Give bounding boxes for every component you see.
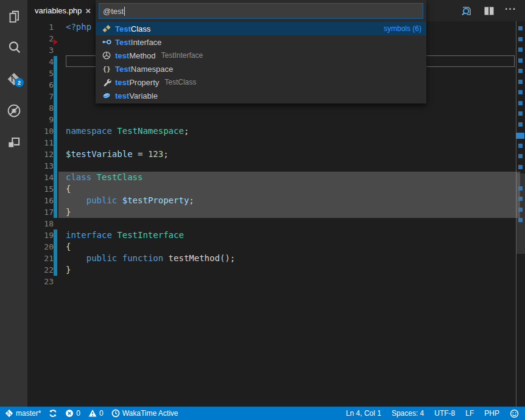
line-number: 2 [27,33,54,44]
line-number: 8 [27,102,54,114]
git-deleted-gutter-marker [54,39,58,45]
code-line[interactable]: 23 [27,276,525,287]
line-number: 13 [27,160,54,172]
text-cursor [124,7,125,16]
symbol-container: TestInterface [161,51,203,60]
code-line[interactable]: 19interface TestInterface [27,229,525,241]
line-number: 23 [27,276,54,287]
line-number: 20 [27,241,54,253]
code-line[interactable]: 16 public $testProperty; [27,195,525,206]
sync-button[interactable] [49,409,57,418]
code-text: } [66,206,71,218]
code-line[interactable]: 14class TestClass [27,172,525,183]
method-icon [102,51,111,60]
line-number: 22 [27,264,54,276]
line-number: 1 [27,21,54,33]
quick-open-item-testnamespace[interactable]: {}TestNamespace [96,62,426,75]
sidebar-item-explorer[interactable] [0,4,27,30]
ruler-mark [518,37,523,41]
sidebar-item-source-control[interactable]: 2 [0,66,27,92]
tab-variables-php[interactable]: variables.php × [27,0,96,21]
ruler-mark [518,165,523,169]
code-text: { [66,183,71,195]
files-icon [6,9,22,25]
quick-open-item-testclass[interactable]: TestClasssymbols (6) [96,22,426,35]
cursor-position[interactable]: Ln 4, Col 1 [346,409,381,418]
split-editor-button[interactable] [482,4,496,18]
activity-bar: 2 [0,0,27,407]
ruler-mark [518,122,523,127]
vertical-scrollbar[interactable] [516,173,525,254]
line-number: 19 [27,229,54,241]
property-icon [102,77,111,87]
code-line[interactable]: 9 [27,114,525,125]
sidebar-item-search[interactable] [0,35,27,60]
line-number: 4 [27,56,54,68]
sidebar-item-extensions[interactable] [0,129,27,155]
code-line[interactable]: 12$testVariable = 123; [27,149,525,160]
scm-changes-badge: 2 [15,78,24,87]
feedback-button[interactable] [510,409,519,418]
error-count[interactable]: 0 [65,409,80,418]
more-actions-icon[interactable]: ··· [505,6,516,16]
code-line[interactable]: 17} [27,206,525,218]
code-text: <?php [66,21,91,33]
error-count-label: 0 [76,409,80,418]
symbol-match-text: test [115,78,129,87]
quick-open-item-testmethod[interactable]: testMethodTestInterface [96,49,426,62]
quick-open-item-testvariable[interactable]: testVariable [96,89,426,102]
close-icon[interactable]: × [85,6,91,15]
code-text: public $testProperty; [66,195,194,206]
line-number: 6 [27,79,54,91]
symbol-name: Class [131,24,151,33]
git-branch-status[interactable]: master* [5,409,41,418]
ruler-mark [516,133,524,139]
class-icon [102,24,111,33]
code-line[interactable]: 8 [27,102,525,114]
code-line[interactable]: 22} [27,264,525,276]
warning-count[interactable]: 0 [88,409,104,418]
code-line[interactable]: 21 public function testMethod(); [27,253,525,264]
ruler-mark [518,26,523,30]
symbol-name: Namespace [131,65,173,74]
indentation-setting[interactable]: Spaces: 4 [392,409,424,418]
code-line[interactable]: 11 [27,137,525,149]
status-bar: master* [0,407,525,420]
open-preview-button[interactable] [460,4,473,18]
language-mode[interactable]: PHP [484,409,499,418]
line-number: 17 [27,206,54,218]
quick-open-item-testproperty[interactable]: testPropertyTestClass [96,75,426,89]
symbol-match-text: Test [115,65,131,74]
quick-open-query: @test [103,7,124,16]
ruler-mark [518,58,523,63]
line-number: 14 [27,172,54,183]
code-line[interactable]: 18 [27,218,525,229]
vscode-window: 2 variables.php × [0,0,525,420]
line-number: 18 [27,218,54,229]
extensions-icon [6,134,22,150]
wakatime-status[interactable]: WakaTime Active [111,409,178,418]
variable-icon [102,91,111,100]
quick-open-input[interactable]: @test [99,3,423,19]
symbol-match-text: test [115,51,129,60]
ruler-mark [518,101,523,105]
editor-actions: ··· [460,0,525,21]
sidebar-item-debug[interactable] [0,98,27,124]
quick-open-item-testinterface[interactable]: TestInterface [96,35,426,49]
line-number: 16 [27,195,54,206]
symbol-name: Variable [129,91,158,100]
git-modified-gutter-bar [54,56,57,218]
eol-setting[interactable]: LF [465,409,474,418]
line-number: 3 [27,44,54,56]
symbol-match-text: test [115,91,129,100]
code-line[interactable]: 20{ [27,241,525,253]
git-branch-label: master* [16,409,41,418]
code-line[interactable]: 15{ [27,183,525,195]
code-line[interactable]: 10namespace TestNamespace; [27,125,525,137]
namespace-icon: {} [102,64,111,74]
line-number: 7 [27,91,54,102]
code-line[interactable]: 13 [27,160,525,172]
encoding-setting[interactable]: UTF-8 [434,409,455,418]
symbol-match-text: Test [115,24,131,33]
clock-icon [111,409,120,418]
